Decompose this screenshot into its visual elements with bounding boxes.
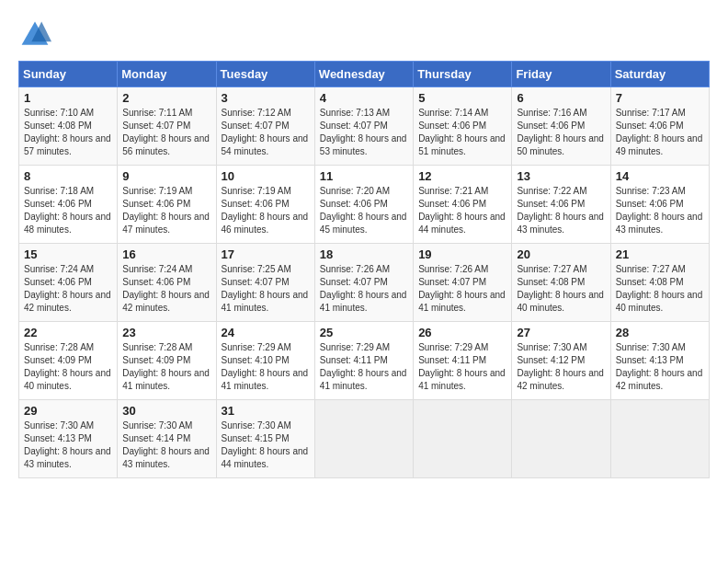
day-cell: 20 Sunrise: 7:27 AM Sunset: 4:08 PM Dayl…: [512, 244, 610, 322]
day-info: Sunrise: 7:19 AM Sunset: 4:06 PM Dayligh…: [222, 185, 310, 236]
day-number: 14: [616, 169, 704, 183]
day-number: 12: [418, 169, 506, 183]
day-cell: 5 Sunrise: 7:14 AM Sunset: 4:06 PM Dayli…: [414, 87, 512, 166]
day-cell: 6 Sunrise: 7:16 AM Sunset: 4:06 PM Dayli…: [512, 87, 610, 166]
day-info: Sunrise: 7:21 AM Sunset: 4:06 PM Dayligh…: [418, 185, 506, 236]
day-number: 22: [24, 326, 112, 339]
logo: [18, 18, 57, 52]
day-cell: [314, 400, 413, 478]
day-number: 9: [122, 169, 210, 183]
day-number: 10: [222, 169, 310, 183]
day-cell: 21 Sunrise: 7:27 AM Sunset: 4:08 PM Dayl…: [610, 244, 709, 322]
day-number: 21: [616, 247, 704, 261]
day-info: Sunrise: 7:24 AM Sunset: 4:06 PM Dayligh…: [122, 263, 210, 315]
weekday-header-thursday: Thursday: [414, 62, 512, 87]
day-info: Sunrise: 7:30 AM Sunset: 4:13 PM Dayligh…: [616, 341, 704, 393]
day-cell: 19 Sunrise: 7:26 AM Sunset: 4:07 PM Dayl…: [414, 244, 512, 322]
day-number: 28: [616, 326, 704, 339]
day-number: 20: [517, 247, 605, 261]
week-row-3: 15 Sunrise: 7:24 AM Sunset: 4:06 PM Dayl…: [19, 244, 710, 322]
day-cell: 3 Sunrise: 7:12 AM Sunset: 4:07 PM Dayli…: [216, 87, 314, 166]
day-cell: 23 Sunrise: 7:28 AM Sunset: 4:09 PM Dayl…: [118, 322, 216, 400]
day-number: 13: [517, 169, 605, 183]
day-info: Sunrise: 7:29 AM Sunset: 4:10 PM Dayligh…: [222, 341, 310, 393]
day-cell: 28 Sunrise: 7:30 AM Sunset: 4:13 PM Dayl…: [610, 322, 709, 400]
logo-icon: [18, 18, 51, 52]
day-number: 3: [222, 91, 310, 105]
day-cell: 12 Sunrise: 7:21 AM Sunset: 4:06 PM Dayl…: [414, 166, 512, 244]
day-number: 11: [320, 169, 408, 183]
day-number: 25: [320, 326, 408, 339]
day-cell: 2 Sunrise: 7:11 AM Sunset: 4:07 PM Dayli…: [118, 87, 216, 166]
day-info: Sunrise: 7:28 AM Sunset: 4:09 PM Dayligh…: [122, 341, 210, 393]
day-number: 7: [616, 91, 704, 105]
day-cell: 29 Sunrise: 7:30 AM Sunset: 4:13 PM Dayl…: [19, 400, 118, 478]
day-info: Sunrise: 7:11 AM Sunset: 4:07 PM Dayligh…: [122, 107, 210, 158]
weekday-header-sunday: Sunday: [19, 62, 118, 87]
day-info: Sunrise: 7:28 AM Sunset: 4:09 PM Dayligh…: [24, 341, 112, 393]
day-info: Sunrise: 7:30 AM Sunset: 4:14 PM Dayligh…: [122, 419, 210, 471]
day-info: Sunrise: 7:30 AM Sunset: 4:13 PM Dayligh…: [24, 419, 112, 471]
day-number: 17: [222, 247, 310, 261]
day-cell: 24 Sunrise: 7:29 AM Sunset: 4:10 PM Dayl…: [216, 322, 314, 400]
day-info: Sunrise: 7:26 AM Sunset: 4:07 PM Dayligh…: [320, 263, 408, 315]
day-number: 23: [122, 326, 210, 339]
day-number: 18: [320, 247, 408, 261]
weekday-header-row: SundayMondayTuesdayWednesdayThursdayFrid…: [19, 62, 710, 87]
day-cell: 30 Sunrise: 7:30 AM Sunset: 4:14 PM Dayl…: [118, 400, 216, 478]
day-info: Sunrise: 7:25 AM Sunset: 4:07 PM Dayligh…: [222, 263, 310, 315]
day-number: 4: [320, 91, 408, 105]
day-info: Sunrise: 7:27 AM Sunset: 4:08 PM Dayligh…: [517, 263, 605, 315]
day-number: 30: [122, 404, 210, 418]
day-number: 29: [24, 404, 112, 418]
day-cell: 13 Sunrise: 7:22 AM Sunset: 4:06 PM Dayl…: [512, 166, 610, 244]
day-cell: [414, 400, 512, 478]
day-cell: [512, 400, 610, 478]
day-cell: 4 Sunrise: 7:13 AM Sunset: 4:07 PM Dayli…: [314, 87, 413, 166]
day-info: Sunrise: 7:14 AM Sunset: 4:06 PM Dayligh…: [418, 107, 506, 158]
day-cell: 31 Sunrise: 7:30 AM Sunset: 4:15 PM Dayl…: [216, 400, 314, 478]
weekday-header-saturday: Saturday: [610, 62, 709, 87]
day-cell: 27 Sunrise: 7:30 AM Sunset: 4:12 PM Dayl…: [512, 322, 610, 400]
day-info: Sunrise: 7:29 AM Sunset: 4:11 PM Dayligh…: [418, 341, 506, 393]
day-cell: 14 Sunrise: 7:23 AM Sunset: 4:06 PM Dayl…: [610, 166, 709, 244]
week-row-5: 29 Sunrise: 7:30 AM Sunset: 4:13 PM Dayl…: [19, 400, 710, 478]
day-info: Sunrise: 7:10 AM Sunset: 4:08 PM Dayligh…: [24, 107, 112, 158]
day-number: 1: [24, 91, 112, 105]
day-cell: 9 Sunrise: 7:19 AM Sunset: 4:06 PM Dayli…: [118, 166, 216, 244]
day-info: Sunrise: 7:24 AM Sunset: 4:06 PM Dayligh…: [24, 263, 112, 315]
day-number: 8: [24, 169, 112, 183]
day-info: Sunrise: 7:16 AM Sunset: 4:06 PM Dayligh…: [517, 107, 605, 158]
week-row-4: 22 Sunrise: 7:28 AM Sunset: 4:09 PM Dayl…: [19, 322, 710, 400]
day-info: Sunrise: 7:22 AM Sunset: 4:06 PM Dayligh…: [517, 185, 605, 236]
weekday-header-wednesday: Wednesday: [314, 62, 413, 87]
day-number: 24: [222, 326, 310, 339]
calendar-table: SundayMondayTuesdayWednesdayThursdayFrid…: [18, 61, 710, 478]
weekday-header-tuesday: Tuesday: [216, 62, 314, 87]
day-info: Sunrise: 7:18 AM Sunset: 4:06 PM Dayligh…: [24, 185, 112, 236]
day-info: Sunrise: 7:17 AM Sunset: 4:06 PM Dayligh…: [616, 107, 704, 158]
day-number: 27: [517, 326, 605, 339]
day-cell: 1 Sunrise: 7:10 AM Sunset: 4:08 PM Dayli…: [19, 87, 118, 166]
day-info: Sunrise: 7:30 AM Sunset: 4:12 PM Dayligh…: [517, 341, 605, 393]
day-number: 5: [418, 91, 506, 105]
day-number: 26: [418, 326, 506, 339]
day-info: Sunrise: 7:26 AM Sunset: 4:07 PM Dayligh…: [418, 263, 506, 315]
day-number: 16: [122, 247, 210, 261]
day-cell: 25 Sunrise: 7:29 AM Sunset: 4:11 PM Dayl…: [314, 322, 413, 400]
page-header: [18, 18, 710, 52]
day-info: Sunrise: 7:27 AM Sunset: 4:08 PM Dayligh…: [616, 263, 704, 315]
day-cell: 18 Sunrise: 7:26 AM Sunset: 4:07 PM Dayl…: [314, 244, 413, 322]
day-cell: 10 Sunrise: 7:19 AM Sunset: 4:06 PM Dayl…: [216, 166, 314, 244]
day-number: 15: [24, 247, 112, 261]
day-info: Sunrise: 7:30 AM Sunset: 4:15 PM Dayligh…: [222, 419, 310, 471]
day-info: Sunrise: 7:29 AM Sunset: 4:11 PM Dayligh…: [320, 341, 408, 393]
day-number: 2: [122, 91, 210, 105]
week-row-2: 8 Sunrise: 7:18 AM Sunset: 4:06 PM Dayli…: [19, 166, 710, 244]
weekday-header-friday: Friday: [512, 62, 610, 87]
weekday-header-monday: Monday: [118, 62, 216, 87]
day-info: Sunrise: 7:19 AM Sunset: 4:06 PM Dayligh…: [122, 185, 210, 236]
day-number: 6: [517, 91, 605, 105]
day-cell: [610, 400, 709, 478]
day-cell: 8 Sunrise: 7:18 AM Sunset: 4:06 PM Dayli…: [19, 166, 118, 244]
